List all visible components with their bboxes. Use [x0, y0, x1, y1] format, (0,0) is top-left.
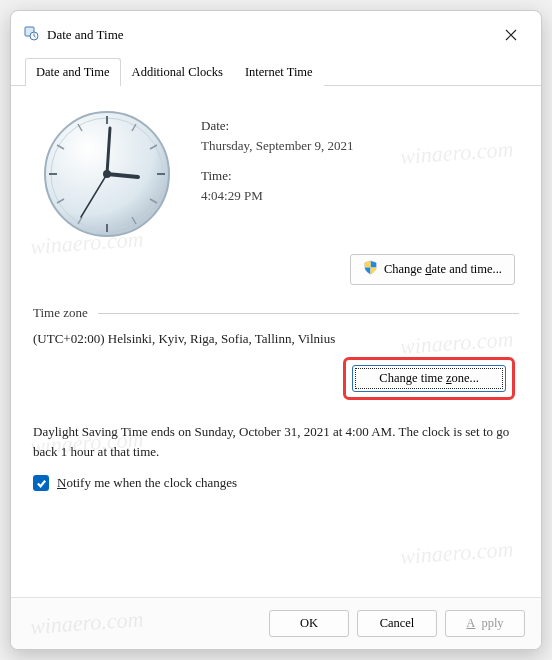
date-value: Thursday, September 9, 2021	[201, 138, 354, 154]
timezone-value: (UTC+02:00) Helsinki, Kyiv, Riga, Sofia,…	[33, 331, 519, 347]
timezone-header-label: Time zone	[33, 305, 88, 321]
dst-info-text: Daylight Saving Time ends on Sunday, Oct…	[33, 422, 519, 461]
ok-button[interactable]: OK	[269, 610, 349, 637]
change-date-time-button[interactable]: Change date and time...	[350, 254, 515, 285]
shield-icon	[363, 260, 378, 279]
time-value: 4:04:29 PM	[201, 188, 354, 204]
tab-internet-time[interactable]: Internet Time	[234, 58, 324, 86]
timezone-group-header: Time zone	[33, 305, 519, 321]
tab-additional-clocks[interactable]: Additional Clocks	[121, 58, 234, 86]
date-label: Date:	[201, 118, 354, 134]
dialog-footer: OK Cancel Apply	[11, 597, 541, 649]
tab-date-time[interactable]: Date and Time	[25, 58, 121, 86]
window-icon	[23, 25, 39, 45]
notify-checkbox[interactable]	[33, 475, 49, 491]
cancel-button[interactable]: Cancel	[357, 610, 437, 637]
close-button[interactable]	[493, 21, 529, 49]
svg-point-19	[103, 170, 111, 178]
notify-checkbox-row[interactable]: Notify me when the clock changes	[33, 475, 519, 491]
change-timezone-button[interactable]: Change time zone...	[352, 365, 506, 392]
change-timezone-label: Change time zone...	[379, 371, 479, 386]
change-date-time-label: Change date and time...	[384, 262, 502, 277]
window-title: Date and Time	[47, 27, 485, 43]
notify-checkbox-label: Notify me when the clock changes	[57, 475, 237, 491]
datetime-info: Date: Thursday, September 9, 2021 Time: …	[201, 100, 354, 248]
highlight-annotation: Change time zone...	[343, 357, 515, 400]
titlebar: Date and Time	[11, 11, 541, 57]
tab-strip: Date and Time Additional Clocks Internet…	[11, 57, 541, 86]
tab-content: Date: Thursday, September 9, 2021 Time: …	[11, 86, 541, 597]
time-label: Time:	[201, 168, 354, 184]
analog-clock	[33, 100, 181, 248]
date-time-window: Date and Time Date and Time Additional C…	[10, 10, 542, 650]
apply-button[interactable]: Apply	[445, 610, 525, 637]
